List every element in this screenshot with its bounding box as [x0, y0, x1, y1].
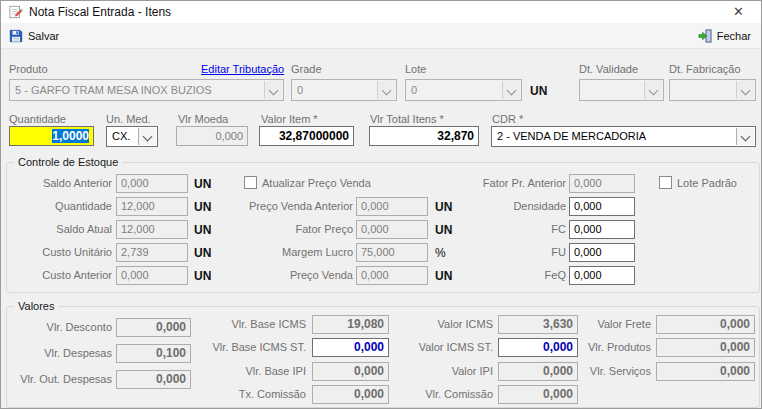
- vlr-base-icms-field: 19,080: [312, 315, 389, 334]
- close-icon[interactable]: ✕: [716, 1, 761, 23]
- cdr-combobox-value: 2 - VENDA DE MERCADORIA: [497, 130, 646, 142]
- dt-fabricacao-label: Dt. Fabricação: [669, 63, 741, 75]
- grade-combobox: 0: [291, 79, 397, 101]
- valor-item-field[interactable]: 32,87000000: [259, 126, 354, 146]
- quantidade-field-value: 1,0000: [52, 129, 89, 143]
- feq-field[interactable]: 0,000: [569, 266, 635, 285]
- cdr-label: CDR *: [492, 113, 523, 125]
- vlr-base-icms-st-label: Vlr. Base ICMS ST.: [196, 341, 306, 353]
- valor-ipi-label: Valor IPI: [401, 365, 493, 377]
- save-button-label: Salvar: [28, 30, 59, 42]
- produto-combobox-value: 5 - GARFO TRAM MESA INOX BUZIOS: [15, 84, 212, 96]
- chevron-down-icon: [736, 128, 754, 145]
- quantidade-label: Quantidade: [9, 113, 66, 125]
- quantidade-estoque-field: 12,000: [116, 197, 188, 216]
- chevron-down-icon: [377, 81, 395, 99]
- quantidade-estoque-label: Quantidade: [9, 200, 112, 212]
- fator-pr-anterior-field: 0,000: [569, 174, 635, 193]
- lote-combobox-value: 0: [411, 84, 417, 96]
- vlr-comissao-label: Vlr. Comissão: [401, 388, 493, 400]
- dt-validade-label: Dt. Validade: [579, 63, 638, 75]
- lote-unit-label: UN: [530, 84, 547, 98]
- vlr-total-itens-label: Vlr Total Itens *: [370, 113, 444, 125]
- vlr-despesas-label: Vlr. Despesas: [9, 347, 112, 359]
- valor-frete-label: Valor Frete: [541, 318, 651, 330]
- vlr-base-icms-st-field[interactable]: 0,000: [312, 338, 389, 357]
- vlr-out-despesas-field: 0,000: [116, 370, 191, 389]
- floppy-disk-icon: [9, 29, 23, 43]
- fator-preco-label: Fator Preço: [231, 223, 353, 235]
- custo-anterior-label: Custo Anterior: [9, 269, 112, 281]
- quantidade-field[interactable]: 1,0000: [9, 126, 94, 146]
- quantidade-estoque-unit: UN: [194, 200, 211, 214]
- margem-lucro-field: 75,000: [356, 243, 428, 262]
- margem-lucro-label: Margem Lucro: [231, 246, 353, 258]
- cdr-combobox[interactable]: 2 - VENDA DE MERCADORIA: [491, 126, 756, 147]
- vlr-base-ipi-label: Vlr. Base IPI: [196, 365, 306, 377]
- vlr-comissao-field: 0,000: [498, 385, 578, 404]
- preco-venda-anterior-label: Preço Venda Anterior: [231, 200, 353, 212]
- vlr-total-itens-field[interactable]: 32,870: [369, 126, 479, 146]
- un-med-combobox[interactable]: CX.: [106, 126, 158, 147]
- close-window-button-label: Fechar: [717, 30, 751, 42]
- valor-item-label: Valor Item *: [261, 113, 318, 125]
- vlr-servicos-field: 0,000: [656, 362, 755, 381]
- saldo-atual-field: 12,000: [116, 220, 188, 239]
- un-med-label: Un. Med.: [106, 113, 151, 125]
- vlr-produtos-label: Vlr. Produtos: [541, 341, 651, 353]
- custo-anterior-unit: UN: [194, 269, 211, 283]
- custo-unitario-field: 2,739: [116, 243, 188, 262]
- valores-title: Valores: [14, 300, 58, 312]
- chevron-down-icon: [502, 81, 520, 99]
- densidade-field[interactable]: 0,000: [569, 197, 635, 216]
- vlr-base-icms-label: Vlr. Base ICMS: [196, 318, 306, 330]
- vlr-desconto-field: 0,000: [116, 318, 191, 337]
- saldo-atual-unit: UN: [194, 223, 211, 237]
- vlr-produtos-field: 0,000: [656, 338, 755, 357]
- feq-label: FeQ: [456, 269, 566, 281]
- valor-frete-field: 0,000: [656, 315, 755, 334]
- editar-tributacao-link[interactable]: Editar Tributação: [201, 63, 284, 75]
- valor-icms-label: Valor ICMS: [401, 318, 493, 330]
- un-med-combobox-value: CX.: [112, 130, 130, 142]
- dt-validade-combobox: [579, 79, 664, 101]
- edit-note-icon: [9, 5, 23, 19]
- densidade-label: Densidade: [456, 200, 566, 212]
- vlr-moeda-field: 0,000: [176, 126, 248, 146]
- grade-combobox-value: 0: [297, 84, 303, 96]
- exit-door-icon: [698, 29, 712, 43]
- chevron-down-icon: [644, 81, 662, 99]
- save-button[interactable]: Salvar: [5, 26, 63, 45]
- vlr-servicos-label: Vlr. Serviços: [541, 365, 651, 377]
- fu-label: FU: [456, 246, 566, 258]
- fator-preco-unit: UN: [435, 223, 452, 237]
- vlr-base-ipi-field: 0,000: [312, 362, 389, 381]
- close-window-button[interactable]: Fechar: [694, 26, 755, 45]
- custo-anterior-field: 0,000: [116, 266, 188, 285]
- toolbar: Salvar Fechar: [1, 23, 761, 49]
- lote-padrao-checkbox[interactable]: [659, 176, 672, 189]
- chevron-down-icon: [138, 128, 156, 145]
- chevron-down-icon: [264, 81, 282, 99]
- saldo-anterior-unit: UN: [194, 177, 211, 191]
- preco-venda-anterior-field: 0,000: [356, 197, 428, 216]
- fc-label: FC: [456, 223, 566, 235]
- window-title: Nota Fiscal Entrada - Itens: [29, 5, 171, 19]
- fc-field[interactable]: 0,000: [569, 220, 635, 239]
- atualizar-preco-venda-label: Atualizar Preço Venda: [262, 177, 371, 189]
- grade-label: Grade: [291, 63, 322, 75]
- lote-label: Lote: [405, 63, 426, 75]
- tx-comissao-field: 0,000: [312, 385, 389, 404]
- custo-unitario-unit: UN: [194, 246, 211, 260]
- fu-field[interactable]: 0,000: [569, 243, 635, 262]
- preco-venda-field: 0,000: [356, 266, 428, 285]
- vlr-despesas-field: 0,100: [116, 344, 191, 363]
- margem-lucro-unit: %: [435, 246, 446, 260]
- controle-de-estoque-title: Controle de Estoque: [14, 156, 122, 168]
- vlr-out-despesas-label: Vlr. Out. Despesas: [9, 373, 112, 385]
- preco-venda-label: Preço Venda: [231, 269, 353, 281]
- vlr-moeda-label: Vlr Moeda: [178, 113, 228, 125]
- atualizar-preco-venda-checkbox[interactable]: [244, 176, 257, 189]
- dt-fabricacao-combobox: [669, 79, 756, 101]
- preco-venda-unit: UN: [435, 269, 452, 283]
